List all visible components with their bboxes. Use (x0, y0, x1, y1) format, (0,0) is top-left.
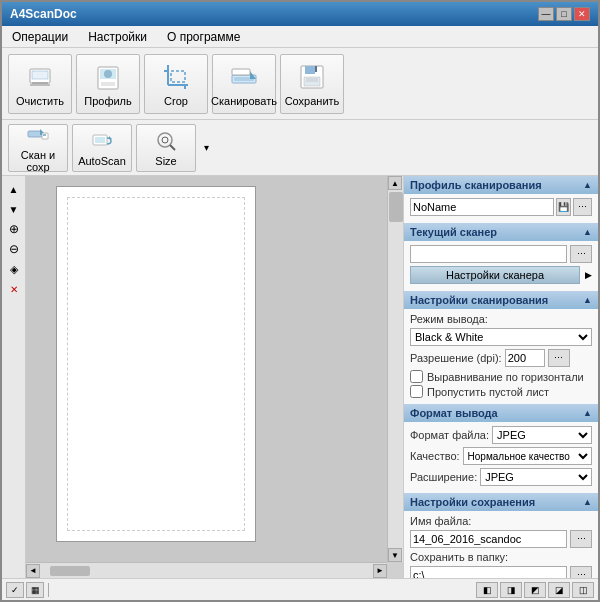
size-label: Size (155, 155, 176, 167)
align-checkbox[interactable] (410, 370, 423, 383)
scroll-thumb-v[interactable] (389, 192, 403, 222)
status-r5-button[interactable]: ◫ (572, 582, 594, 598)
main-window: A4ScanDoc — □ ✕ Операции Настройки О про… (0, 0, 600, 602)
dpi-label: Разрешение (dpi): (410, 352, 502, 364)
mode-select-row: Black & White (410, 328, 592, 346)
profile-icon (92, 61, 124, 93)
status-grid-button[interactable]: ▦ (26, 582, 44, 598)
output-section-header[interactable]: Формат вывода ▲ (404, 404, 598, 422)
scanner-more-button[interactable]: ⋯ (570, 245, 592, 263)
size-button[interactable]: Size (136, 124, 196, 172)
document-canvas[interactable] (56, 186, 256, 542)
clear-button[interactable]: Очистить (8, 54, 72, 114)
profile-save-button[interactable]: 💾 (556, 198, 571, 216)
crop-label: Crop (164, 95, 188, 107)
svg-rect-19 (305, 66, 315, 74)
maximize-button[interactable]: □ (556, 7, 572, 21)
status-check-button[interactable]: ✓ (6, 582, 24, 598)
status-r3-button[interactable]: ◩ (524, 582, 546, 598)
scanner-section-header[interactable]: Текущий сканер ▲ (404, 223, 598, 241)
save-section-header[interactable]: Настройки сохранения ▲ (404, 493, 598, 511)
folder-input[interactable] (410, 566, 567, 578)
skip-checkbox[interactable] (410, 385, 423, 398)
svg-rect-29 (95, 137, 105, 143)
dpi-input[interactable] (505, 349, 545, 367)
scanner-section-body: ⋯ Настройки сканера ▶ (404, 241, 598, 291)
status-r4-button[interactable]: ◪ (548, 582, 570, 598)
profile-label: Профиль (84, 95, 132, 107)
zoom-out-button[interactable]: ▼ (5, 200, 23, 218)
scroll-corner (387, 562, 403, 578)
quality-row: Качество: Нормальное качество (410, 447, 592, 465)
delete-button[interactable]: ✕ (5, 280, 23, 298)
profile-button[interactable]: Профиль (76, 54, 140, 114)
scan-settings-body: Режим вывода: Black & White Разрешение (… (404, 309, 598, 404)
status-r1-button[interactable]: ◧ (476, 582, 498, 598)
scroll-down-button[interactable]: ▼ (388, 548, 402, 562)
rotate-button[interactable]: ◈ (5, 260, 23, 278)
scroll-up-button[interactable]: ▲ (388, 176, 402, 190)
ext-select[interactable]: JPEG (480, 468, 592, 486)
eraser-icon (24, 61, 56, 93)
actual-size-button[interactable]: ⊖ (5, 240, 23, 258)
dpi-more-button[interactable]: ⋯ (548, 349, 570, 367)
output-section-title: Формат вывода (410, 407, 498, 419)
mode-label: Режим вывода: (410, 313, 488, 325)
minimize-button[interactable]: — (538, 7, 554, 21)
filename-label-row: Имя файла: (410, 515, 592, 527)
svg-rect-20 (315, 66, 317, 72)
menu-settings[interactable]: Настройки (82, 28, 153, 46)
close-button[interactable]: ✕ (574, 7, 590, 21)
zoom-in-button[interactable]: ▲ (5, 180, 23, 198)
profile-section-arrow: ▲ (583, 180, 592, 190)
crop-button[interactable]: Crop (144, 54, 208, 114)
fit-button[interactable]: ⊕ (5, 220, 23, 238)
svg-rect-27 (43, 134, 46, 136)
format-select[interactable]: JPEG (492, 426, 592, 444)
format-row: Формат файла: JPEG (410, 426, 592, 444)
scanner-section-arrow: ▲ (583, 227, 592, 237)
svg-point-31 (158, 133, 172, 147)
mode-row: Режим вывода: (410, 313, 592, 325)
toolbar2-dropdown[interactable]: ▾ (204, 142, 209, 153)
scan-icon (228, 61, 260, 93)
folder-more-button[interactable]: ⋯ (570, 566, 592, 578)
scan-button[interactable]: Сканировать (212, 54, 276, 114)
autoscan-button[interactable]: AutoScan (72, 124, 132, 172)
status-r2-button[interactable]: ◨ (500, 582, 522, 598)
menu-operations[interactable]: Операции (6, 28, 74, 46)
scanner-settings-button[interactable]: Настройки сканера (410, 266, 580, 284)
filename-more-button[interactable]: ⋯ (570, 530, 592, 548)
save-button[interactable]: Сохранить (280, 54, 344, 114)
scrollbar-vertical[interactable]: ▲ ▼ (387, 176, 403, 562)
profile-section-header[interactable]: Профиль сканирования ▲ (404, 176, 598, 194)
skip-label: Пропустить пустой лист (427, 386, 549, 398)
svg-rect-24 (28, 131, 42, 137)
scan-area (67, 197, 245, 531)
filename-input[interactable] (410, 530, 567, 548)
ext-row: Расширение: JPEG (410, 468, 592, 486)
mode-select[interactable]: Black & White (410, 328, 592, 346)
scrollbar-horizontal[interactable]: ◄ ► (26, 562, 387, 578)
profile-section-body: 💾 ⋯ (404, 194, 598, 223)
filename-row: ⋯ (410, 530, 592, 548)
scan-settings-arrow: ▲ (583, 295, 592, 305)
scanner-input[interactable] (410, 245, 567, 263)
svg-point-32 (162, 137, 168, 143)
scroll-thumb-h[interactable] (50, 566, 90, 576)
scroll-right-button[interactable]: ► (373, 564, 387, 578)
profile-name-input[interactable] (410, 198, 554, 216)
scroll-left-button[interactable]: ◄ (26, 564, 40, 578)
output-section-body: Формат файла: JPEG Качество: Нормальное … (404, 422, 598, 493)
clear-label: Очистить (16, 95, 64, 107)
title-bar: A4ScanDoc — □ ✕ (2, 2, 598, 26)
svg-rect-21 (304, 77, 320, 86)
quality-select[interactable]: Нормальное качество (463, 447, 592, 465)
save-icon (296, 61, 328, 93)
scan-save-button[interactable]: Скан и сохр (8, 124, 68, 172)
menu-about[interactable]: О программе (161, 28, 246, 46)
right-panel: Профиль сканирования ▲ 💾 ⋯ Текущий скане… (403, 176, 598, 578)
scan-settings-section-header[interactable]: Настройки сканирования ▲ (404, 291, 598, 309)
scan-settings-section-title: Настройки сканирования (410, 294, 548, 306)
profile-more-button[interactable]: ⋯ (573, 198, 592, 216)
